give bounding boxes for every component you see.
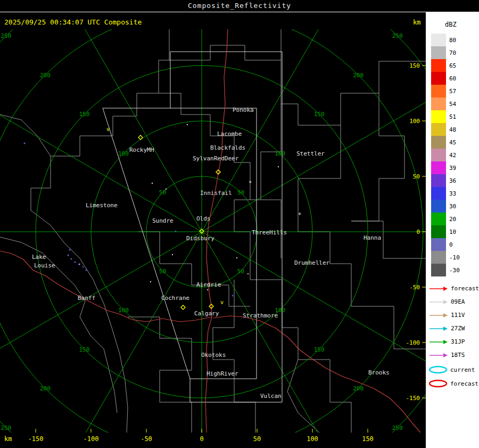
axis-label-bottom: 0 (200, 435, 203, 443)
radar-map[interactable]: 5050505010010010010015015015015020020020… (0, 29, 426, 433)
county-boundary (287, 360, 319, 433)
range-ring-label: 50 (159, 268, 166, 275)
axis-label-bottom: -50 (141, 435, 152, 443)
dbz-color-scale: 807065605754514845423936333020100-10-30 (426, 34, 479, 276)
dbz-value-label: 42 (449, 152, 456, 159)
city-label: Innisfail (200, 190, 232, 197)
dbz-color-swatch (431, 264, 446, 276)
precip-echo (278, 166, 279, 167)
vector-legend-label: 09EA (451, 298, 465, 305)
dbz-color-swatch (431, 200, 446, 213)
dbz-color-swatch (431, 123, 446, 136)
axis-unit-top: km (413, 19, 420, 26)
arrow-head (443, 353, 448, 357)
axis-label-right: 100 (409, 118, 420, 125)
axis-label-right: 150 (409, 62, 420, 69)
dbz-color-swatch (431, 85, 446, 97)
precip-echo (207, 289, 208, 290)
dbz-color-swatch (431, 59, 446, 72)
county-boundary (351, 221, 426, 258)
dbz-color-swatch (431, 161, 446, 174)
city-label: Hanna (364, 234, 381, 241)
range-ring-label: 250 (392, 425, 403, 431)
dbz-value-label: -30 (449, 267, 460, 274)
precip-echo (79, 264, 80, 265)
radial-line (202, 232, 426, 377)
city-label: Stettler (296, 150, 325, 157)
vector-legend-label: 27ZW (451, 325, 465, 332)
storm-ellipse-icon (428, 379, 448, 388)
storm-shape-legend: currentforecast (426, 363, 479, 390)
dbz-scale-row: 42 (426, 149, 479, 161)
arrow-head (443, 327, 448, 331)
dbz-color-swatch (431, 97, 446, 110)
city-label: Cochrane (161, 295, 189, 302)
radar-map-canvas[interactable]: 5050505010010010010015015015015020020020… (0, 29, 426, 433)
axis-label-bottom: 50 (253, 435, 261, 443)
county-boundary (138, 232, 160, 264)
timestamp: 2025/09/25 00:34:07 UTC Composite (4, 18, 142, 26)
dbz-color-swatch (431, 46, 446, 59)
precip-echo (86, 270, 87, 271)
dbz-value-label: 60 (449, 75, 456, 82)
arrow-head (443, 313, 448, 317)
range-ring-label: 50 (237, 189, 244, 196)
city-label: Ponoka (233, 107, 254, 113)
county-boundary (31, 29, 169, 210)
dbz-value-label: 36 (449, 177, 456, 184)
city-label: Airdrie (196, 281, 221, 288)
city-label: Olds (196, 215, 211, 222)
dbz-value-label: 57 (449, 88, 456, 95)
vector-legend-row: 27ZW (426, 322, 479, 335)
range-ring-label: 250 (392, 32, 403, 39)
city-label: ThreeHills (252, 229, 287, 236)
vector-legend-row: 18TS (426, 348, 479, 362)
precip-echo (172, 254, 173, 255)
city-label: HighRiver (207, 370, 238, 377)
axis-label-bottom: -100 (84, 435, 99, 443)
range-ring-label: 100 (118, 150, 129, 157)
storm-ellipse-icon (428, 365, 448, 374)
precip-echo (175, 231, 177, 232)
range-ring-label: 50 (159, 189, 166, 196)
range-ring-label: 250 (1, 425, 11, 431)
vector-legend-label: 31JP (451, 338, 465, 345)
axis-label-right: 0 (416, 229, 420, 235)
window-title: Composite_Reflectivity (0, 0, 479, 12)
city-label: Lacombe (217, 131, 242, 137)
dbz-scale-row: 60 (426, 72, 479, 85)
dbz-color-swatch (431, 251, 446, 264)
dbz-scale-row: 0 (426, 238, 479, 251)
dbz-scale-title: dBZ (426, 12, 479, 34)
dbz-value-label: 48 (449, 126, 456, 133)
range-ring-label: 150 (79, 346, 89, 353)
precip-echo (247, 273, 249, 274)
vector-legend-row: forecast (426, 282, 479, 295)
map-glyph: v (106, 126, 110, 132)
dbz-scale-row: 48 (426, 123, 479, 136)
radial-line (57, 29, 202, 232)
precip-echo (75, 262, 76, 263)
precip-echo (82, 266, 84, 268)
radar-app: Composite_Reflectivity 2025/09/25 00:34:… (0, 0, 479, 448)
vector-arrow-icon (429, 353, 448, 358)
arrow-head (443, 300, 448, 304)
radar-coverage-outline (170, 52, 282, 402)
precip-echo (232, 295, 234, 297)
vector-legend-label: 18TS (451, 352, 465, 359)
vector-legend-label: forecast (451, 285, 479, 292)
dbz-value-label: 10 (449, 229, 456, 235)
dbz-color-swatch (431, 110, 446, 123)
city-label: Drumheller (294, 259, 330, 266)
city-label: Blackfalds (210, 144, 245, 151)
range-ring-label: 200 (353, 385, 364, 392)
radial-line (0, 232, 202, 377)
dbz-scale-row: 30 (426, 200, 479, 213)
vector-arrow-icon (429, 326, 448, 331)
axis-unit-bottom: km (4, 435, 12, 443)
dbz-value-label: 45 (449, 139, 456, 146)
dbz-value-label: 33 (449, 190, 456, 197)
dbz-value-label: 65 (449, 62, 456, 69)
map-glyph: * (249, 180, 252, 186)
dbz-scale-row: 20 (426, 213, 479, 225)
